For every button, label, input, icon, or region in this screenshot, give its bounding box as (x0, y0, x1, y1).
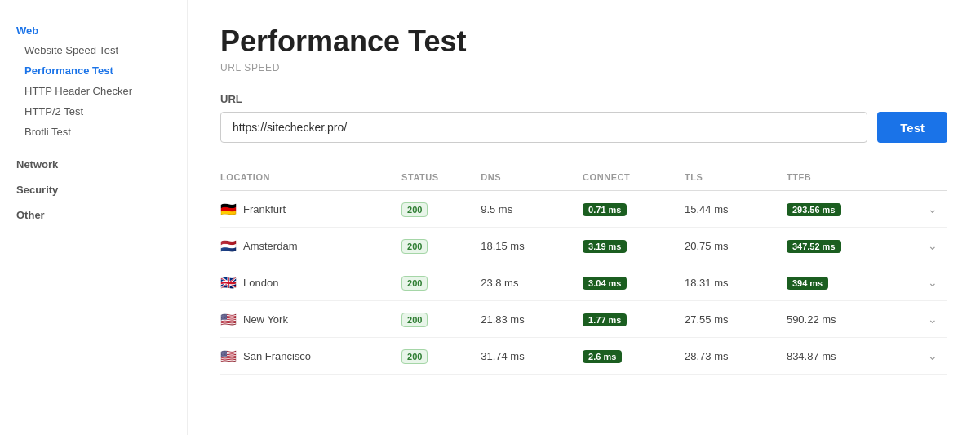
sidebar-item-performance-test[interactable]: Performance Test (0, 60, 187, 81)
location-name: Amsterdam (243, 240, 297, 252)
flag-icon: 🇺🇸 (220, 313, 237, 325)
cell-expand[interactable]: ⌄ (911, 228, 947, 264)
connect-badge: 3.19 ms (583, 240, 627, 253)
main-content: Performance Test URL SPEED URL Test LOCA… (188, 0, 980, 435)
cell-expand[interactable]: ⌄ (911, 264, 947, 301)
cell-dns: 21.83 ms (481, 301, 583, 338)
cell-ttfb: 293.56 ms (787, 191, 911, 228)
url-label: URL (220, 93, 947, 105)
status-badge: 200 (401, 276, 428, 291)
cell-tls: 15.44 ms (685, 191, 787, 228)
cell-tls: 28.73 ms (685, 338, 787, 375)
page-title: Performance Test (220, 24, 947, 59)
sidebar-item-http-header-checker[interactable]: HTTP Header Checker (0, 81, 187, 101)
location-name: Frankfurt (243, 203, 286, 215)
expand-icon[interactable]: ⌄ (921, 313, 938, 326)
col-header-location: LOCATION (220, 167, 401, 191)
location-name: San Francisco (243, 350, 311, 362)
cell-tls: 18.31 ms (685, 264, 787, 301)
cell-dns: 9.5 ms (481, 191, 583, 228)
connect-badge: 3.04 ms (583, 277, 627, 290)
col-header-dns: DNS (481, 167, 583, 191)
flag-icon: 🇩🇪 (220, 203, 237, 215)
status-badge: 200 (401, 202, 428, 217)
table-row: 🇺🇸San Francisco20031.74 ms2.6 ms28.73 ms… (220, 338, 947, 375)
cell-expand[interactable]: ⌄ (911, 191, 947, 228)
sidebar-item-brotli-test[interactable]: Brotli Test (0, 122, 187, 142)
cell-status: 200 (401, 338, 481, 375)
cell-ttfb: 834.87 ms (787, 338, 911, 375)
ttfb-badge: 293.56 ms (787, 203, 841, 216)
cell-status: 200 (401, 264, 481, 301)
sidebar-security-label[interactable]: Security (0, 174, 187, 199)
flag-icon: 🇺🇸 (220, 350, 237, 362)
cell-location: 🇬🇧London (220, 264, 401, 301)
sidebar-item-http2-test[interactable]: HTTP/2 Test (0, 101, 187, 122)
url-row: Test (220, 112, 947, 143)
cell-ttfb: 590.22 ms (787, 301, 911, 338)
cell-ttfb: 347.52 ms (787, 228, 911, 264)
cell-dns: 18.15 ms (481, 228, 583, 264)
cell-status: 200 (401, 301, 481, 338)
cell-connect: 3.04 ms (583, 264, 685, 301)
col-header-ttfb: TTFB (787, 167, 911, 191)
col-header-expand (911, 167, 947, 191)
location-name: New York (243, 313, 288, 326)
cell-location: 🇺🇸San Francisco (220, 338, 401, 375)
sidebar-group-web-label[interactable]: Web (0, 16, 187, 40)
col-header-tls: TLS (685, 167, 787, 191)
cell-expand[interactable]: ⌄ (911, 301, 947, 338)
col-header-status: STATUS (401, 167, 481, 191)
cell-ttfb: 394 ms (787, 264, 911, 301)
sidebar-item-website-speed-test[interactable]: Website Speed Test (0, 40, 187, 60)
cell-connect: 3.19 ms (583, 228, 685, 264)
cell-connect: 0.71 ms (583, 191, 685, 228)
connect-badge: 2.6 ms (583, 350, 622, 363)
page-subtitle: URL SPEED (220, 62, 947, 73)
test-button[interactable]: Test (877, 112, 947, 143)
col-header-connect: CONNECT (583, 167, 685, 191)
flag-icon: 🇳🇱 (220, 240, 237, 251)
connect-badge: 0.71 ms (583, 203, 627, 216)
table-row: 🇺🇸New York20021.83 ms1.77 ms27.55 ms590.… (220, 301, 947, 338)
cell-location: 🇳🇱Amsterdam (220, 228, 401, 264)
status-badge: 200 (401, 239, 428, 254)
cell-expand[interactable]: ⌄ (911, 338, 947, 375)
cell-dns: 31.74 ms (481, 338, 583, 375)
expand-icon[interactable]: ⌄ (921, 202, 938, 215)
sidebar: Web Website Speed Test Performance Test … (0, 0, 188, 435)
sidebar-network-label[interactable]: Network (0, 149, 187, 174)
status-badge: 200 (401, 349, 428, 364)
cell-location: 🇩🇪Frankfurt (220, 191, 401, 228)
cell-tls: 27.55 ms (685, 301, 787, 338)
cell-tls: 20.75 ms (685, 228, 787, 264)
expand-icon[interactable]: ⌄ (921, 349, 938, 362)
ttfb-badge: 347.52 ms (787, 240, 841, 253)
flag-icon: 🇬🇧 (220, 277, 237, 288)
cell-status: 200 (401, 191, 481, 228)
cell-location: 🇺🇸New York (220, 301, 401, 338)
table-row: 🇳🇱Amsterdam20018.15 ms3.19 ms20.75 ms347… (220, 228, 947, 264)
url-input[interactable] (220, 112, 867, 143)
cell-connect: 1.77 ms (583, 301, 685, 338)
table-row: 🇬🇧London20023.8 ms3.04 ms18.31 ms394 ms⌄ (220, 264, 947, 301)
ttfb-badge: 394 ms (787, 277, 828, 290)
sidebar-other-label[interactable]: Other (0, 199, 187, 224)
results-table: LOCATION STATUS DNS CONNECT TLS TTFB 🇩🇪F… (220, 167, 947, 375)
connect-badge: 1.77 ms (583, 313, 627, 326)
status-badge: 200 (401, 313, 428, 327)
sidebar-group-web: Web Website Speed Test Performance Test … (0, 16, 187, 142)
expand-icon[interactable]: ⌄ (921, 239, 938, 252)
cell-dns: 23.8 ms (481, 264, 583, 301)
expand-icon[interactable]: ⌄ (921, 276, 938, 289)
cell-connect: 2.6 ms (583, 338, 685, 375)
location-name: London (243, 277, 278, 289)
table-row: 🇩🇪Frankfurt2009.5 ms0.71 ms15.44 ms293.5… (220, 191, 947, 228)
cell-status: 200 (401, 228, 481, 264)
